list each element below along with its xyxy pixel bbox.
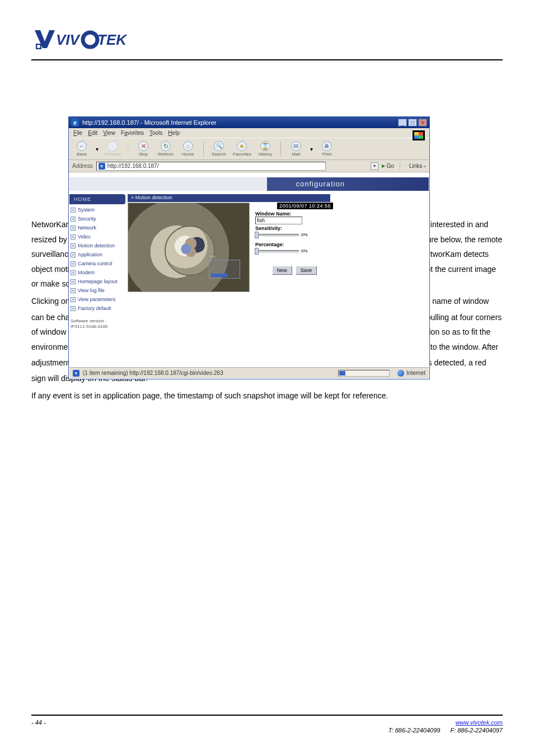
footer-tel: T: 886-2-22404099 — [388, 727, 441, 734]
expand-icon: + — [71, 252, 76, 257]
footer-link[interactable]: www.vivotek.com — [456, 719, 503, 726]
links-dropdown[interactable]: Links — [409, 163, 426, 169]
mail-button[interactable]: Mail — [288, 141, 305, 157]
ie-menubar: File Edit View Favorites Tools Help — [69, 128, 429, 138]
status-text: (1 item remaining) http://192.168.0.187/… — [83, 370, 223, 376]
sidebar-item-video[interactable]: +Video — [69, 232, 125, 241]
page-icon: e — [99, 163, 105, 170]
go-button[interactable]: Go — [382, 163, 394, 169]
history-button[interactable]: History — [257, 141, 274, 157]
sidebar-item-label: Factory default — [78, 306, 111, 311]
menu-help[interactable]: Help — [168, 130, 180, 136]
footer-right: www.vivotek.com — [456, 719, 503, 726]
percentage-slider[interactable] — [255, 250, 299, 252]
ie-status-bar: e (1 item remaining) http://192.168.0.18… — [69, 367, 429, 378]
ie-content-area: configuration HOME +System+Security+Netw… — [69, 177, 429, 367]
ie-toolbar: Back ▾ Forward ▾ Stop Refresh Home Searc… — [69, 138, 429, 160]
toolbar-separator — [203, 141, 204, 157]
sidebar-item-factory-default[interactable]: +Factory default — [69, 304, 125, 313]
svg-point-2 — [37, 45, 40, 48]
address-label: Address — [72, 163, 93, 169]
close-button[interactable]: × — [418, 119, 427, 126]
config-banner: configuration — [69, 177, 429, 191]
video-timestamp: 2001/09/07 10:24:56 — [277, 203, 333, 209]
sidebar-item-application[interactable]: +Application — [69, 250, 125, 259]
minimize-button[interactable]: _ — [398, 119, 407, 126]
menu-tools[interactable]: Tools — [149, 130, 162, 136]
back-button[interactable]: Back — [73, 141, 90, 157]
sidebar-item-label: System — [78, 207, 95, 213]
sidebar-item-view-log-file[interactable]: +View log file — [69, 286, 125, 295]
motion-settings-panel: Window Name: Sensitivity: 0% Percentage:… — [255, 210, 334, 275]
expand-icon: + — [71, 226, 76, 231]
ie-address-bar: Address e http://192.168.0.187/ ▾ Go Lin… — [69, 160, 429, 172]
software-version: Software version : IP3111-5168-0100 — [69, 318, 125, 330]
sidebar-item-label: Application — [78, 252, 102, 257]
menu-favorites[interactable]: Favorites — [121, 130, 144, 136]
window-name-label: Window Name: — [255, 211, 334, 217]
addrbar-separator — [400, 162, 400, 170]
address-input[interactable]: e http://192.168.0.187/ — [96, 162, 326, 171]
sensitivity-value: 0% — [301, 232, 308, 237]
footer-divider — [31, 715, 503, 716]
sidebar-item-label: Homepage layout — [78, 279, 118, 284]
toolbar-separator — [280, 141, 281, 157]
expand-icon: + — [71, 297, 76, 302]
ie-window: e http://192.168.0.187/ - Microsoft Inte… — [68, 116, 430, 379]
menu-edit[interactable]: Edit — [88, 130, 97, 136]
sidebar-item-view-parameters[interactable]: +View parameters — [69, 295, 125, 304]
menu-view[interactable]: View — [103, 130, 115, 136]
sensitivity-slider[interactable] — [255, 234, 299, 236]
sidebar-item-modem[interactable]: +Modem — [69, 268, 125, 277]
motion-window-title: fish — [209, 255, 216, 259]
forward-button: Forward — [104, 141, 121, 157]
sidebar-item-label: Camera control — [78, 261, 113, 266]
expand-icon: + — [71, 217, 76, 222]
expand-icon: + — [71, 288, 76, 293]
ie-title-text: http://192.168.0.187/ - Microsoft Intern… — [82, 119, 217, 126]
header-divider — [31, 59, 503, 60]
security-zone: Internet — [397, 370, 425, 377]
menu-file[interactable]: File — [73, 130, 82, 136]
print-button[interactable]: Print — [318, 141, 335, 157]
favorites-button[interactable]: Favorites — [233, 141, 251, 157]
page-footer: - 44 - www.vivotek.com T: 886-2-22404099… — [31, 701, 503, 734]
sidebar-item-label: Network — [78, 225, 96, 231]
footer-fax: F: 886-2-22404097 — [450, 727, 503, 734]
percentage-value: 0% — [301, 248, 308, 253]
maximize-button[interactable]: □ — [408, 119, 417, 126]
motion-window[interactable]: fish — [209, 260, 240, 279]
sidebar-item-camera-control[interactable]: +Camera control — [69, 259, 125, 268]
sidebar-item-security[interactable]: +Security — [69, 214, 125, 223]
nav-home[interactable]: HOME — [69, 194, 125, 204]
sidebar-item-motion-detection[interactable]: +Motion detection — [69, 241, 125, 250]
home-button[interactable]: Home — [180, 141, 196, 157]
sidebar-item-label: Video — [78, 234, 91, 240]
sidebar-item-system[interactable]: +System — [69, 205, 125, 214]
window-name-input[interactable] — [255, 217, 302, 224]
stop-button[interactable]: Stop — [135, 141, 152, 157]
percentage-label: Percentage: — [255, 242, 334, 247]
forward-dropdown: ▾ — [127, 146, 129, 152]
sidebar-item-label: View parameters — [78, 297, 115, 302]
expand-icon: + — [71, 208, 76, 213]
search-button[interactable]: Search — [210, 141, 227, 157]
vivotek-logo: VIV TEK — [31, 25, 134, 51]
back-dropdown[interactable]: ▾ — [96, 146, 99, 152]
expand-icon: + — [71, 243, 76, 248]
ie-throbber-icon — [413, 130, 425, 140]
new-button[interactable]: New — [272, 266, 292, 275]
sidebar-item-homepage-layout[interactable]: +Homepage layout — [69, 277, 125, 286]
refresh-button[interactable]: Refresh — [157, 141, 174, 157]
svg-text:TEK: TEK — [97, 31, 128, 48]
svg-point-5 — [83, 32, 97, 47]
address-dropdown[interactable]: ▾ — [371, 162, 378, 170]
sidebar-item-network[interactable]: +Network — [69, 223, 125, 232]
expand-icon: + — [71, 234, 76, 240]
config-banner-text: configuration — [296, 177, 345, 191]
ie-titlebar: e http://192.168.0.187/ - Microsoft Inte… — [69, 117, 429, 128]
save-button[interactable]: Save — [296, 266, 317, 275]
video-preview[interactable]: fish — [128, 203, 250, 292]
panel-title: > Motion detection — [128, 194, 330, 202]
mail-dropdown[interactable]: ▾ — [310, 146, 313, 152]
